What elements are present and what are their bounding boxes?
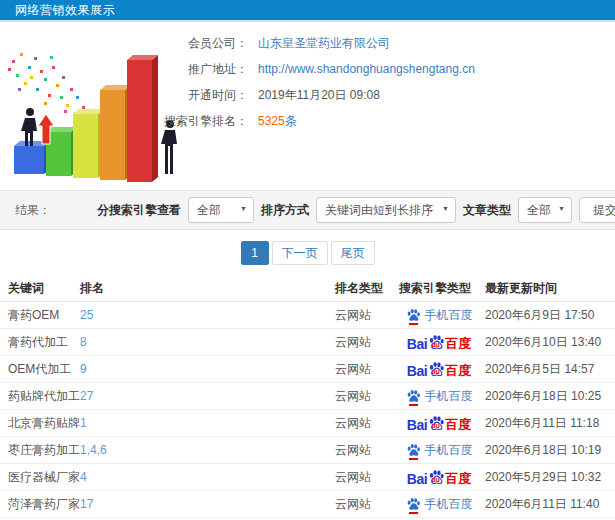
rank-link[interactable]: 1 <box>80 416 87 430</box>
rank-type-cell: 云网站 <box>335 469 395 486</box>
last-page-button[interactable]: 尾页 <box>331 241 375 265</box>
rank-link[interactable]: 25 <box>80 308 93 322</box>
article-type-label: 文章类型 <box>463 202 511 219</box>
engine-cell: Bai du 百度 <box>395 415 483 432</box>
table-header-row: 关键词 排名 排名类型 搜索引擎类型 最新更新时间 <box>0 276 615 302</box>
rank-link[interactable]: 8 <box>80 335 87 349</box>
table-row: 膏药代加工 8 云网站 Bai du 百度 2020 <box>0 329 615 356</box>
engine-cell: 手机百度 <box>395 442 483 459</box>
keyword-cell: 医疗器械厂家 <box>0 469 80 486</box>
marketing-report-page: 网络营销效果展示 <box>0 0 615 520</box>
baidu-logo-bai: Bai <box>407 472 427 486</box>
header-keyword: 关键词 <box>0 280 80 297</box>
rank-cell: 1 <box>80 416 335 430</box>
header-rank: 排名 <box>80 280 335 297</box>
engine-cell: 手机百度 <box>395 496 483 513</box>
mobile-baidu-badge[interactable]: 手机百度 <box>406 442 473 459</box>
company-info-section: 会员公司： 山东皇圣堂药业有限公司 推广地址： http://www.shand… <box>0 22 615 190</box>
baidu-logo-badge[interactable]: Bai du 百度 <box>407 469 471 486</box>
rank-type-cell: 云网站 <box>335 496 395 513</box>
info-row-company: 会员公司： 山东皇圣堂药业有限公司 <box>156 30 475 56</box>
baidu-logo-badge[interactable]: Bai du 百度 <box>407 415 471 432</box>
engine-filter-label: 分搜索引擎查看 <box>97 202 181 219</box>
header-update-time: 最新更新时间 <box>483 280 615 297</box>
page-title: 网络营销效果展示 <box>15 2 115 19</box>
rank-cell: 25 <box>80 308 335 322</box>
mobile-baidu-badge[interactable]: 手机百度 <box>406 388 473 405</box>
ranking-count-number: 5325 <box>258 114 285 128</box>
baidu-paw-icon <box>406 497 421 512</box>
update-time-cell: 2020年6月9日 17:50 <box>483 307 615 324</box>
baidu-logo-paw-icon: du <box>428 469 445 486</box>
table-row: 医疗器械厂家 4 云网站 Bai du 百度 202 <box>0 464 615 491</box>
baidu-paw-icon <box>406 308 421 323</box>
info-row-ranking-count: 搜索引擎排名： 5325条 <box>156 108 475 134</box>
update-time-cell: 2020年6月18日 10:19 <box>483 442 615 459</box>
rank-type-cell: 云网站 <box>335 415 395 432</box>
next-page-button[interactable]: 下一页 <box>272 241 328 265</box>
header-engine-type: 搜索引擎类型 <box>395 280 483 297</box>
rank-cell: 17 <box>80 497 335 511</box>
keyword-cell: OEM代加工 <box>0 361 80 378</box>
3d-bars <box>14 55 158 182</box>
rank-link[interactable]: 17 <box>80 497 93 511</box>
table-row: 药贴牌代加工 27 云网站 手机百度 2020年6月18日 10: <box>0 383 615 410</box>
keyword-cell: 膏药OEM <box>0 307 80 324</box>
submit-button[interactable]: 提交 <box>579 197 615 223</box>
open-time-label: 开通时间： <box>156 87 248 104</box>
baidu-paw-icon <box>406 389 421 404</box>
rank-type-cell: 云网站 <box>335 361 395 378</box>
baidu-logo-bai: Bai <box>407 364 427 378</box>
mobile-baidu-badge[interactable]: 手机百度 <box>406 496 473 513</box>
keyword-cell: 北京膏药贴牌 <box>0 415 80 432</box>
company-link[interactable]: 山东皇圣堂药业有限公司 <box>258 35 390 52</box>
baidu-logo-cn: 百度 <box>445 337 471 351</box>
article-type-select[interactable]: 全部 <box>518 197 572 223</box>
page-button-current[interactable]: 1 <box>241 241 269 265</box>
rank-cell: 4 <box>80 470 335 484</box>
paw-underline <box>409 458 418 460</box>
update-time-cell: 2020年6月5日 14:57 <box>483 361 615 378</box>
keyword-cell: 菏泽膏药厂家 <box>0 496 80 513</box>
rank-cell: 9 <box>80 362 335 376</box>
baidu-logo-cn: 百度 <box>445 472 471 486</box>
mobile-baidu-badge[interactable]: 手机百度 <box>406 307 473 324</box>
engine-cell: 手机百度 <box>395 307 483 324</box>
engine-cell: Bai du 百度 <box>395 361 483 378</box>
ranking-count-value[interactable]: 5325条 <box>258 113 297 130</box>
paw-underline <box>409 512 418 514</box>
baidu-logo-paw-icon: du <box>428 361 445 378</box>
ranking-count-unit: 条 <box>285 114 297 128</box>
rank-link[interactable]: 4 <box>80 470 87 484</box>
sort-select[interactable]: 关键词由短到长排序 <box>316 197 456 223</box>
baidu-logo-bai: Bai <box>407 337 427 351</box>
promo-url-link[interactable]: http://www.shandonghuangshengtang.cn <box>258 62 475 76</box>
engine-cell: 手机百度 <box>395 388 483 405</box>
businessman-left <box>21 108 37 146</box>
engine-cell: Bai du 百度 <box>395 469 483 486</box>
sort-filter-label: 排序方式 <box>261 202 309 219</box>
paw-underline <box>409 323 418 325</box>
open-time-value: 2019年11月20日 09:08 <box>258 87 380 104</box>
engine-select[interactable]: 全部 <box>188 197 254 223</box>
update-time-cell: 2020年6月11日 11:18 <box>483 415 615 432</box>
rank-link[interactable]: 27 <box>80 389 93 403</box>
baidu-logo-badge[interactable]: Bai du 百度 <box>407 361 471 378</box>
rank-link[interactable]: 1,4,6 <box>80 443 107 457</box>
filter-bar: 结果： 分搜索引擎查看 全部 排序方式 关键词由短到长排序 文章类型 全部 提交 <box>0 190 615 230</box>
keyword-cell: 膏药代加工 <box>0 334 80 351</box>
filter-controls: 分搜索引擎查看 全部 排序方式 关键词由短到长排序 文章类型 全部 提交 <box>97 197 615 223</box>
engine-label: 手机百度 <box>425 307 473 324</box>
update-time-cell: 2020年6月10日 13:40 <box>483 334 615 351</box>
baidu-logo-du: du <box>431 341 440 348</box>
update-time-cell: 2020年6月18日 10:25 <box>483 388 615 405</box>
engine-cell: Bai du 百度 <box>395 334 483 351</box>
engine-label: 手机百度 <box>425 388 473 405</box>
table-row: 北京膏药贴牌 1 云网站 Bai du 百度 202 <box>0 410 615 437</box>
baidu-logo-badge[interactable]: Bai du 百度 <box>407 334 471 351</box>
baidu-logo-paw-icon: du <box>428 334 445 351</box>
pagination: 1 下一页 尾页 <box>0 230 615 276</box>
baidu-logo-du: du <box>431 368 440 375</box>
header-rank-type: 排名类型 <box>335 280 395 297</box>
rank-link[interactable]: 9 <box>80 362 87 376</box>
